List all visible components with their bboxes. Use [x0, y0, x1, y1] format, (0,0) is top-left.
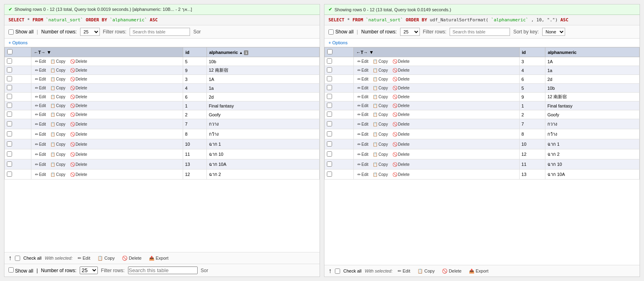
- right-export-button[interactable]: 📤 Export: [467, 268, 491, 275]
- delete-button[interactable]: 🚫 Delete: [69, 59, 89, 64]
- delete-button[interactable]: 🚫 Delete: [391, 122, 411, 127]
- edit-button[interactable]: ✏ Edit: [356, 59, 369, 64]
- row-checkbox[interactable]: [327, 161, 332, 167]
- row-checkbox[interactable]: [7, 94, 12, 99]
- left-check-all-checkbox[interactable]: [15, 256, 20, 261]
- left-bottom-search-input[interactable]: [128, 267, 198, 274]
- copy-button[interactable]: 📋 Copy: [49, 152, 66, 157]
- right-delete-button[interactable]: 🚫 Delete: [440, 268, 464, 275]
- left-col-id[interactable]: id: [183, 48, 206, 57]
- copy-button[interactable]: 📋 Copy: [372, 103, 389, 108]
- copy-button[interactable]: 📋 Copy: [372, 172, 389, 177]
- delete-button[interactable]: 🚫 Delete: [69, 76, 89, 82]
- copy-button[interactable]: 📋 Copy: [49, 132, 66, 137]
- edit-button[interactable]: ✏ Edit: [34, 85, 47, 91]
- edit-button[interactable]: ✏ Edit: [356, 112, 369, 117]
- delete-button[interactable]: 🚫 Delete: [391, 142, 411, 147]
- delete-button[interactable]: 🚫 Delete: [391, 112, 411, 117]
- left-show-all-checkbox[interactable]: [8, 29, 14, 35]
- delete-button[interactable]: 🚫 Delete: [391, 59, 411, 64]
- delete-button[interactable]: 🚫 Delete: [69, 94, 89, 99]
- edit-button[interactable]: ✏ Edit: [356, 94, 369, 99]
- row-checkbox[interactable]: [7, 171, 12, 177]
- row-checkbox[interactable]: [7, 161, 12, 167]
- row-checkbox[interactable]: [7, 131, 12, 136]
- left-show-all-label[interactable]: Show all: [8, 29, 33, 35]
- delete-button[interactable]: 🚫 Delete: [69, 172, 89, 177]
- row-checkbox[interactable]: [7, 112, 12, 117]
- delete-button[interactable]: 🚫 Delete: [391, 132, 411, 137]
- row-checkbox[interactable]: [7, 67, 12, 72]
- delete-button[interactable]: 🚫 Delete: [69, 103, 89, 108]
- left-up-arrow-icon[interactable]: ↑: [8, 254, 12, 262]
- right-search-input[interactable]: [450, 28, 510, 36]
- row-checkbox[interactable]: [327, 85, 332, 90]
- delete-button[interactable]: 🚫 Delete: [69, 132, 89, 137]
- delete-button[interactable]: 🚫 Delete: [391, 152, 411, 157]
- row-checkbox[interactable]: [327, 112, 332, 117]
- row-checkbox[interactable]: [327, 131, 332, 136]
- delete-button[interactable]: 🚫 Delete: [69, 68, 89, 73]
- row-checkbox[interactable]: [7, 151, 12, 157]
- row-checkbox[interactable]: [7, 85, 12, 90]
- delete-button[interactable]: 🚫 Delete: [69, 142, 89, 147]
- copy-button[interactable]: 📋 Copy: [372, 85, 389, 91]
- delete-button[interactable]: 🚫 Delete: [391, 94, 411, 99]
- left-funnel-icon[interactable]: ▼: [47, 50, 52, 55]
- edit-button[interactable]: ✏ Edit: [34, 94, 47, 99]
- copy-button[interactable]: 📋 Copy: [372, 122, 389, 127]
- right-rows-select[interactable]: 25 50 100: [400, 28, 420, 36]
- edit-button[interactable]: ✏ Edit: [356, 152, 369, 157]
- right-check-all-checkbox[interactable]: [335, 269, 340, 274]
- row-checkbox[interactable]: [327, 76, 332, 81]
- row-checkbox[interactable]: [327, 94, 332, 99]
- edit-button[interactable]: ✏ Edit: [34, 152, 47, 157]
- row-checkbox[interactable]: [7, 76, 12, 81]
- left-export-button[interactable]: 📤 Export: [147, 255, 171, 262]
- row-checkbox[interactable]: [327, 67, 332, 72]
- delete-button[interactable]: 🚫 Delete: [69, 122, 89, 127]
- right-nav-arrows[interactable]: ←T→: [356, 50, 368, 55]
- delete-button[interactable]: 🚫 Delete: [391, 68, 411, 73]
- right-options[interactable]: + Options: [324, 39, 640, 47]
- row-checkbox[interactable]: [327, 141, 332, 147]
- left-col-alphanumeric[interactable]: alphanumeric ▲ 1: [206, 48, 319, 57]
- copy-button[interactable]: 📋 Copy: [49, 103, 66, 108]
- delete-button[interactable]: 🚫 Delete: [69, 152, 89, 157]
- row-checkbox[interactable]: [327, 103, 332, 108]
- copy-button[interactable]: 📋 Copy: [372, 76, 389, 82]
- row-checkbox[interactable]: [7, 121, 12, 126]
- delete-button[interactable]: 🚫 Delete: [69, 112, 89, 117]
- copy-button[interactable]: 📋 Copy: [372, 112, 389, 117]
- delete-button[interactable]: 🚫 Delete: [391, 162, 411, 167]
- row-checkbox[interactable]: [327, 151, 332, 157]
- left-copy-button[interactable]: 📋 Copy: [95, 255, 117, 262]
- row-checkbox[interactable]: [327, 171, 332, 177]
- copy-button[interactable]: 📋 Copy: [372, 132, 389, 137]
- edit-button[interactable]: ✏ Edit: [34, 162, 47, 167]
- edit-button[interactable]: ✏ Edit: [356, 132, 369, 137]
- copy-button[interactable]: 📋 Copy: [49, 94, 66, 99]
- left-options[interactable]: + Options: [4, 39, 320, 47]
- edit-button[interactable]: ✏ Edit: [356, 85, 369, 91]
- edit-button[interactable]: ✏ Edit: [356, 68, 369, 73]
- left-delete-button[interactable]: 🚫 Delete: [120, 255, 144, 262]
- copy-button[interactable]: 📋 Copy: [49, 68, 66, 73]
- edit-button[interactable]: ✏ Edit: [356, 172, 369, 177]
- copy-button[interactable]: 📋 Copy: [49, 85, 66, 91]
- row-checkbox[interactable]: [7, 141, 12, 147]
- left-bottom-show-all-label[interactable]: Show all: [8, 267, 33, 274]
- copy-button[interactable]: 📋 Copy: [372, 142, 389, 147]
- edit-button[interactable]: ✏ Edit: [34, 142, 47, 147]
- left-header-checkbox[interactable]: [7, 49, 12, 54]
- row-checkbox[interactable]: [7, 58, 12, 64]
- copy-button[interactable]: 📋 Copy: [49, 59, 66, 64]
- right-sortby-select[interactable]: None: [542, 28, 565, 36]
- edit-button[interactable]: ✏ Edit: [356, 103, 369, 108]
- row-checkbox[interactable]: [327, 58, 332, 64]
- copy-button[interactable]: 📋 Copy: [49, 122, 66, 127]
- right-show-all-checkbox[interactable]: [328, 29, 334, 35]
- copy-button[interactable]: 📋 Copy: [49, 172, 66, 177]
- right-funnel-icon[interactable]: ▼: [369, 50, 374, 55]
- right-header-checkbox[interactable]: [327, 49, 332, 54]
